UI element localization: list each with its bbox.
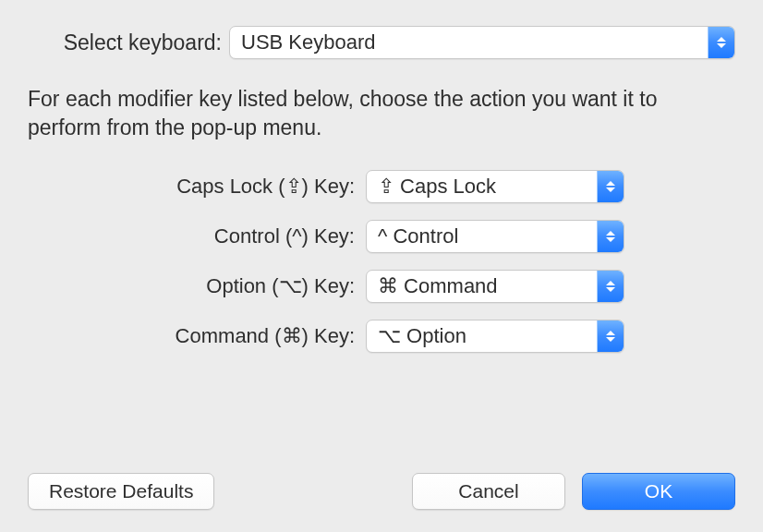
command-value: ⌥ Option — [367, 324, 597, 348]
select-keyboard-label: Select keyboard: — [28, 30, 229, 55]
control-label: Control (^) Key: — [83, 224, 366, 248]
updown-arrows-icon — [597, 171, 624, 202]
capslock-label: Caps Lock (⇪) Key: — [83, 175, 366, 199]
control-value: ^ Control — [367, 224, 597, 248]
command-label: Command (⌘) Key: — [83, 324, 366, 348]
ok-button[interactable]: OK — [582, 473, 735, 510]
capslock-popup[interactable]: ⇪ Caps Lock — [366, 170, 624, 203]
modifier-keys-sheet: Select keyboard: USB Keyboard For each m… — [0, 0, 763, 532]
option-value: ⌘ Command — [367, 274, 597, 298]
updown-arrows-icon — [597, 320, 624, 352]
description-text: For each modifier key listed below, choo… — [28, 85, 735, 142]
select-keyboard-popup[interactable]: USB Keyboard — [229, 26, 735, 59]
updown-arrows-icon — [597, 221, 624, 252]
option-label: Option (⌥) Key: — [83, 274, 366, 298]
select-keyboard-value: USB Keyboard — [230, 30, 708, 54]
cancel-button[interactable]: Cancel — [412, 473, 565, 510]
capslock-value: ⇪ Caps Lock — [367, 175, 597, 199]
modifier-keys-list: Caps Lock (⇪) Key: ⇪ Caps Lock Control (… — [83, 170, 624, 353]
option-popup[interactable]: ⌘ Command — [366, 270, 624, 303]
control-row: Control (^) Key: ^ Control — [83, 220, 624, 253]
select-keyboard-row: Select keyboard: USB Keyboard — [28, 26, 735, 59]
restore-defaults-button[interactable]: Restore Defaults — [28, 473, 214, 510]
updown-arrows-icon — [708, 27, 734, 58]
command-row: Command (⌘) Key: ⌥ Option — [83, 320, 624, 353]
option-row: Option (⌥) Key: ⌘ Command — [83, 270, 624, 303]
capslock-row: Caps Lock (⇪) Key: ⇪ Caps Lock — [83, 170, 624, 203]
button-row: Restore Defaults Cancel OK — [28, 473, 735, 510]
command-popup[interactable]: ⌥ Option — [366, 320, 624, 353]
updown-arrows-icon — [597, 271, 624, 302]
control-popup[interactable]: ^ Control — [366, 220, 624, 253]
